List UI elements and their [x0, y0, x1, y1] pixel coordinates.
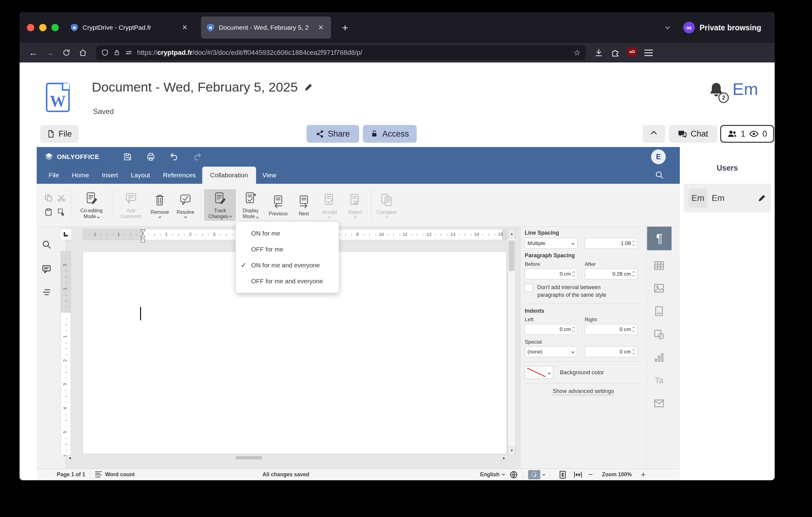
remove-comment-button[interactable]: Remove [147, 191, 173, 219]
zoom-level[interactable]: Zoom 100% [602, 471, 632, 478]
indent-left-spinner[interactable]: 0 cm [525, 324, 577, 335]
display-mode-button[interactable]: Display Mode [236, 189, 265, 221]
list-tabs-chevron-icon[interactable] [665, 25, 669, 29]
file-menu-button[interactable]: File [40, 125, 79, 143]
spacing-after-spinner[interactable]: 0.28 cm [585, 269, 637, 279]
browser-tab-cryptdrive[interactable]: CryptDrive - CryptPad.fr ✕ [65, 17, 195, 38]
share-button[interactable]: Share [307, 125, 359, 143]
extensions-puzzle-icon[interactable] [611, 48, 620, 57]
app-menu-icon[interactable] [644, 50, 653, 56]
track-menu-item[interactable]: ✓OFF for me [236, 241, 339, 257]
mail-merge-tab[interactable] [652, 396, 666, 410]
coediting-mode-button[interactable]: Co-editing Mode [74, 189, 109, 221]
participants-indicator[interactable]: 1 0 [720, 125, 774, 143]
spin-up-icon[interactable] [632, 241, 635, 243]
vertical-scrollbar[interactable]: ▲ ▼ [508, 229, 516, 455]
collapse-toolbar-button[interactable] [642, 125, 665, 143]
maximize-window-button[interactable] [51, 24, 59, 31]
navigation-headings-icon[interactable] [41, 287, 51, 298]
next-change-button[interactable]: Next [291, 192, 317, 218]
print-icon[interactable] [146, 152, 155, 161]
tab-references[interactable]: References [156, 167, 202, 184]
track-menu-item[interactable]: ✓ON for me and everyone [236, 257, 339, 273]
downloads-icon[interactable] [594, 48, 603, 57]
tracking-protection-shield-icon[interactable] [101, 49, 109, 57]
track-menu-item[interactable]: ✓ON for me [236, 225, 339, 241]
language-selector[interactable]: English [480, 470, 518, 479]
connection-lock-icon[interactable] [113, 49, 120, 56]
copy-icon[interactable] [43, 192, 54, 204]
track-menu-item[interactable]: ✓OFF for me and everyone [236, 273, 339, 289]
scroll-right-arrow[interactable]: ▶ [500, 455, 508, 461]
scroll-left-arrow[interactable]: ◀ [66, 455, 74, 461]
notifications-bell-icon[interactable]: 2 [707, 81, 729, 103]
url-bar[interactable]: https://cryptpad.fr/doc/#/3/doc/edit/ff0… [96, 45, 586, 60]
paste-icon[interactable] [43, 206, 54, 218]
fit-page-button[interactable] [558, 470, 567, 479]
text-art-settings-tab[interactable]: Ta [652, 373, 666, 387]
headers-footers-tab[interactable] [652, 304, 666, 318]
paragraph-settings-tab[interactable]: ¶ [647, 227, 672, 250]
fit-width-button[interactable] [573, 470, 583, 479]
minimize-window-button[interactable] [39, 24, 47, 31]
browser-tab-document[interactable]: Document - Wed, February 5, 2 ✕ [201, 17, 331, 38]
line-spacing-select[interactable]: Multiple [525, 238, 577, 249]
close-tab-icon[interactable]: ✕ [180, 23, 190, 32]
save-icon[interactable] [123, 152, 132, 161]
background-color-picker[interactable] [525, 366, 553, 379]
advanced-settings-link[interactable]: Show advanced settings [525, 388, 642, 394]
previous-change-button[interactable]: Previous [265, 192, 291, 218]
home-button[interactable] [76, 46, 90, 60]
special-indent-spinner[interactable]: 0 cm [585, 346, 637, 357]
document-title[interactable]: Document - Wed, February 5, 2025 [92, 80, 298, 94]
reject-change-button[interactable]: Reject [342, 191, 368, 219]
scroll-up-arrow[interactable]: ▲ [508, 229, 515, 238]
interval-checkbox[interactable] [525, 283, 533, 292]
image-settings-tab[interactable] [652, 281, 666, 295]
close-tab-icon[interactable]: ✕ [316, 23, 325, 32]
indent-right-spinner[interactable]: 0 cm [585, 324, 637, 335]
tab-layout[interactable]: Layout [124, 167, 156, 184]
permissions-icon[interactable] [125, 49, 133, 57]
spacing-before-spinner[interactable]: 0 cm [525, 269, 577, 279]
track-changes-button[interactable]: Track Changes [204, 189, 236, 221]
tab-collaboration[interactable]: Collaboration [202, 167, 256, 184]
zoom-in-button[interactable]: + [639, 470, 648, 479]
account-avatar[interactable]: Em [732, 79, 758, 99]
word-count-button[interactable]: 123 Word count [95, 471, 135, 478]
cut-icon[interactable] [56, 192, 67, 204]
ublock-origin-icon[interactable]: uO [627, 48, 637, 58]
table-settings-tab[interactable] [652, 258, 666, 273]
edit-name-pencil-icon[interactable] [757, 194, 766, 202]
undo-icon[interactable] [170, 152, 179, 161]
bookmark-star-icon[interactable]: ☆ [574, 48, 581, 58]
tab-insert[interactable]: Insert [95, 167, 124, 184]
resolve-comment-button[interactable]: Resolve [173, 191, 198, 219]
indent-markers[interactable] [140, 229, 146, 244]
user-list-item[interactable]: Em Em [684, 184, 771, 213]
spin-down-icon[interactable] [632, 244, 635, 246]
access-button[interactable]: Access [363, 125, 417, 143]
zoom-out-button[interactable]: − [586, 470, 595, 479]
accept-change-button[interactable]: Accept [317, 191, 342, 219]
chat-button[interactable]: Chat [669, 125, 717, 143]
tab-home[interactable]: Home [65, 167, 95, 184]
tab-stop-selector[interactable] [60, 228, 72, 240]
vertical-ruler[interactable]: 21123456 [61, 251, 71, 456]
new-tab-button[interactable]: + [339, 22, 351, 34]
tab-view[interactable]: View [256, 167, 283, 184]
select-all-icon[interactable] [56, 206, 67, 218]
page-indicator[interactable]: Page 1 of 1 [57, 471, 85, 478]
track-changes-status-toggle[interactable] [528, 470, 545, 479]
line-spacing-amount-spinner[interactable]: 1.08 [585, 238, 637, 249]
shape-settings-tab[interactable] [652, 327, 666, 341]
chart-settings-tab[interactable] [652, 350, 666, 364]
horizontal-scroll-thumb[interactable] [236, 456, 262, 459]
vertical-scroll-thumb[interactable] [509, 240, 515, 271]
find-icon[interactable] [41, 240, 51, 250]
compare-button[interactable]: Compare [374, 191, 400, 219]
back-button[interactable]: ← [26, 46, 40, 60]
close-window-button[interactable] [27, 24, 34, 31]
user-avatar-badge[interactable]: E [651, 149, 666, 164]
search-icon[interactable] [655, 170, 664, 180]
